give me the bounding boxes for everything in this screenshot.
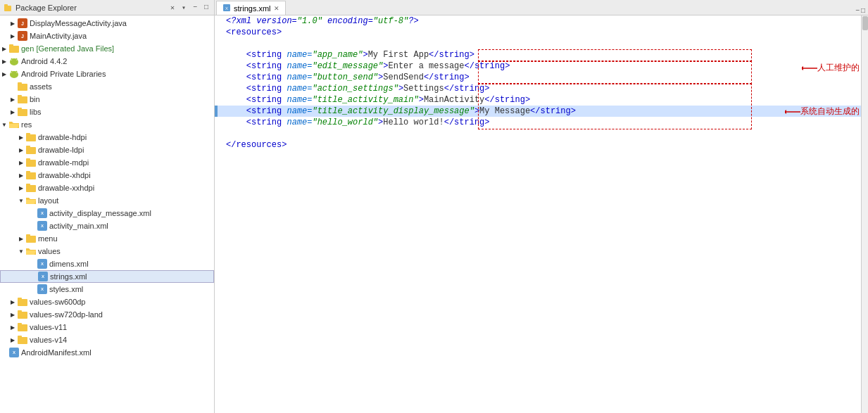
collapse-icon[interactable]: ▾ [179, 3, 189, 13]
tree-item-display[interactable]: ▶JDisplayMessageActivity.java [0, 17, 214, 30]
tab-icon: X [222, 4, 231, 13]
editor-minimize-icon[interactable]: − [855, 7, 860, 15]
tree-item-libs[interactable]: ▶libs [0, 106, 214, 118]
code-content: <string name="app_name">My First App</st… [226, 49, 474, 61]
svg-rect-27 [26, 171, 30, 173]
tree-node-icon: J [17, 18, 28, 29]
tree-item-label: bin [30, 95, 40, 103]
code-line: <string name="hello_world">Hello world!<… [215, 117, 861, 128]
tree-item-menu[interactable]: ▶menu [0, 232, 214, 245]
package-explorer-icon [3, 3, 13, 13]
tree-item-main[interactable]: ▶JMainActivity.java [0, 30, 214, 42]
svg-rect-21 [26, 133, 30, 135]
tree-item-values[interactable]: ▼values [0, 245, 214, 258]
tree-item-drawable-xxhdpi[interactable]: ▶drawable-xxhdpi [0, 182, 214, 194]
tree-item-android442[interactable]: ▶Android 4.4.2 [0, 55, 214, 68]
tree-item-androidprivate[interactable]: ▶Android Private Libraries [0, 68, 214, 80]
tree-item-layout[interactable]: ▼layout [0, 194, 214, 207]
tree-arrow: ▼ [17, 194, 25, 207]
tree-node-icon [8, 68, 20, 80]
tree-item-dimens[interactable]: Xdimens.xml [0, 258, 214, 270]
tree-item-res[interactable]: ▼res [0, 118, 214, 131]
tree-item-label: values [38, 247, 61, 255]
editor-tab-strings[interactable]: X strings.xml ✕ [216, 1, 286, 15]
tree-item-drawable-mdpi[interactable]: ▶drawable-mdpi [0, 156, 214, 169]
tree-item-activity_display[interactable]: Xactivity_display_message.xml [0, 207, 214, 220]
code-content: <string name="title_activity_main">MainA… [226, 94, 530, 106]
tree-item-assets[interactable]: assets [0, 80, 214, 93]
tree-item-drawable-ldpi[interactable]: ▶drawable-ldpi [0, 144, 214, 156]
tree-item-values-v11[interactable]: ▶values-v11 [0, 321, 214, 333]
editor-maximize-icon[interactable]: □ [861, 7, 865, 15]
svg-rect-36 [18, 324, 27, 331]
code-line: <string name="action_settings">Settings<… [215, 83, 861, 94]
tree-item-drawable-xhdpi[interactable]: ▶drawable-xhdpi [0, 169, 214, 182]
code-line: <string name="title_activity_display_mes… [215, 106, 861, 117]
tree-node-icon [17, 106, 28, 117]
tree-item-strings[interactable]: Xstrings.xml [0, 270, 214, 283]
tree-node-icon [17, 296, 28, 307]
svg-rect-14 [18, 84, 27, 91]
tree-item-androidmanifest[interactable]: XAndroidManifest.xml [0, 346, 214, 359]
tree-arrow: ▶ [8, 106, 17, 118]
tree-arrow: ▼ [0, 118, 8, 131]
tree-item-activity_main[interactable]: Xactivity_main.xml [0, 220, 214, 232]
tree-node-icon: X [37, 220, 48, 231]
tree-item-label: Android Private Libraries [21, 70, 106, 78]
tree-item-values-sw720dp-land[interactable]: ▶values-sw720dp-land [0, 308, 214, 321]
code-line [215, 38, 861, 49]
tree-node-icon [8, 119, 20, 130]
tree-node-icon [17, 322, 28, 333]
tree-node-icon [8, 56, 20, 67]
svg-text:X: X [225, 6, 228, 11]
svg-rect-23 [26, 146, 30, 148]
tree-item-values-sw600dp[interactable]: ▶values-sw600dp [0, 296, 214, 308]
tree-item-bin[interactable]: ▶bin [0, 93, 214, 106]
svg-rect-24 [26, 160, 36, 167]
tree-container: ▶JDisplayMessageActivity.java▶JMainActiv… [0, 15, 214, 413]
tree-item-label: styles.xml [49, 285, 83, 293]
tree-node-icon [17, 309, 28, 320]
close-icon[interactable]: ✕ [168, 3, 177, 13]
tree-arrow: ▶ [8, 333, 17, 346]
tree-item-label: drawable-ldpi [38, 146, 84, 154]
code-line: <string name="edit_message">Enter a mess… [215, 61, 861, 72]
svg-rect-18 [18, 109, 27, 116]
svg-rect-22 [26, 147, 36, 154]
maximize-icon[interactable]: □ [201, 3, 211, 13]
editor-tabs: X strings.xml ✕ − □ [215, 0, 868, 15]
code-line: <string name="button_send">SendSend</str… [215, 72, 861, 83]
tree-arrow [28, 258, 37, 270]
svg-rect-19 [18, 108, 22, 110]
editor-scrollbar[interactable] [861, 15, 868, 413]
tree-item-label: values-v11 [30, 323, 67, 331]
tree-item-label: menu [38, 234, 58, 243]
svg-rect-37 [18, 323, 22, 325]
tree-item-label: values-v14 [30, 336, 67, 344]
editor-content[interactable]: <?xml version="1.0" encoding="utf-8"?><r… [215, 15, 861, 413]
svg-rect-28 [26, 185, 36, 192]
tree-item-label: DisplayMessageActivity.java [30, 19, 127, 27]
tree-node-icon [25, 132, 37, 143]
code-content: <string name="hello_world">Hello world!<… [226, 117, 490, 128]
line-marker [215, 106, 218, 117]
editor-wrapper: <?xml version="1.0" encoding="utf-8"?><r… [215, 15, 868, 413]
code-wrapper: <?xml version="1.0" encoding="utf-8"?><r… [215, 15, 861, 151]
tree-item-styles[interactable]: Xstyles.xml [0, 283, 214, 296]
tree-arrow [28, 220, 37, 232]
svg-rect-35 [18, 310, 22, 312]
tree-item-label: drawable-hdpi [38, 133, 87, 141]
tree-item-drawable-hdpi[interactable]: ▶drawable-hdpi [0, 131, 214, 144]
tree-arrow: ▶ [8, 321, 17, 333]
tree-item-label: activity_main.xml [49, 222, 108, 230]
tree-item-values-v14[interactable]: ▶values-v14 [0, 333, 214, 346]
tree-node-icon [25, 233, 37, 244]
tree-item-gen[interactable]: ▶gen [Generated Java Files] [0, 42, 214, 55]
tree-arrow: ▶ [17, 182, 25, 194]
minimize-icon[interactable]: − [190, 3, 200, 13]
tree-arrow: ▶ [17, 144, 25, 156]
code-content: <string name="title_activity_display_mes… [226, 106, 576, 117]
tab-close-btn[interactable]: ✕ [274, 5, 279, 12]
code-content: <string name="button_send">SendSend</str… [226, 72, 470, 83]
code-line: </resources> [215, 139, 861, 151]
